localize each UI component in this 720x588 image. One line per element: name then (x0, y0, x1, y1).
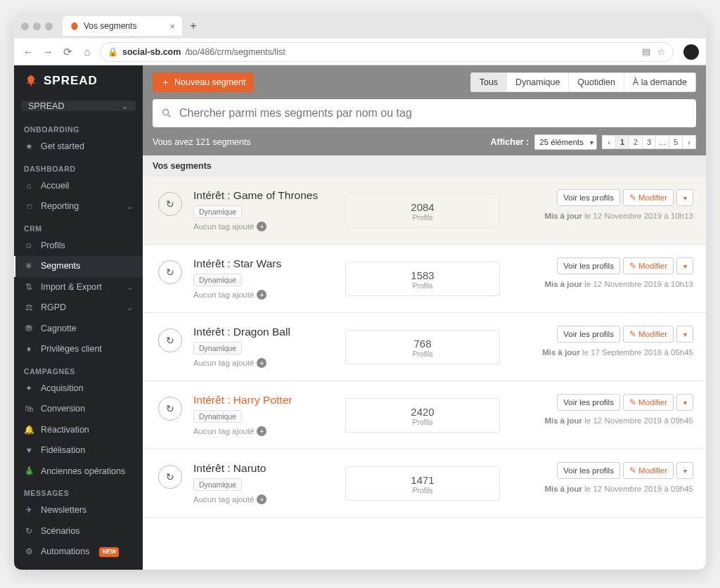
updated-text: Mis à jour le 12 Novembre 2019 à 09h45 (539, 483, 693, 494)
segment-title[interactable]: Intérêt : Star Wars (193, 257, 334, 270)
window-controls[interactable] (21, 23, 53, 30)
sidebar-item[interactable]: 🔔Réactivation (14, 420, 143, 441)
no-tag-label: Aucun tag ajouté (193, 495, 254, 504)
filter-tab[interactable]: Tous (471, 73, 506, 91)
new-tab-button[interactable]: + (186, 19, 200, 33)
segment-row: ↻Intérêt : Star WarsDynamiqueAucun tag a… (143, 245, 706, 313)
edit-button[interactable]: ✎ Modifier (623, 326, 674, 343)
sidebar-item[interactable]: ♦Privilèges client (14, 339, 143, 360)
nav-label: RGPD (41, 302, 66, 314)
sidebar-item[interactable]: ⚙AutomationsNEW (14, 542, 143, 563)
reload-icon[interactable]: ⟳ (60, 46, 75, 58)
sidebar-item[interactable]: ⇅Import & Export⌄ (14, 277, 143, 298)
segment-title[interactable]: Intérêt : Dragon Ball (193, 326, 334, 338)
tab-title: Vos segments (84, 21, 136, 31)
sidebar-item[interactable]: ⛯Segments (14, 256, 143, 277)
profile-avatar[interactable] (683, 44, 699, 60)
segment-tag-line[interactable]: Aucun tag ajouté+ (193, 494, 334, 504)
traffic-dot[interactable] (45, 23, 53, 30)
pagination: ‹123…5› (603, 135, 696, 149)
edit-button[interactable]: ✎ Modifier (623, 394, 674, 411)
sidebar-item[interactable]: ☺Profils (14, 236, 143, 257)
sidebar-item[interactable]: ✈Newsletters (14, 500, 143, 521)
sidebar-item[interactable]: ★Get started (14, 136, 143, 158)
profile-count-card: 2420Profils (345, 398, 500, 433)
sidebar-item[interactable]: ⛃Cagnotte (14, 319, 143, 340)
segment-title[interactable]: Intérêt : Harry Potter (193, 394, 334, 407)
segment-tag-line[interactable]: Aucun tag ajouté+ (193, 290, 334, 300)
nav-icon: ⚖ (24, 302, 34, 314)
page-button[interactable]: 2 (629, 135, 643, 149)
more-actions-button[interactable]: ▾ (676, 326, 693, 343)
sidebar-section-title: PARAMÉTRAGE (14, 563, 143, 570)
nav-icon: ⏍ (24, 200, 34, 212)
segment-type-icon: ↻ (158, 397, 182, 421)
sidebar-item[interactable]: ⌂Accueil (14, 176, 143, 197)
display-label: Afficher : (490, 137, 529, 147)
filter-tab[interactable]: Quotidien (568, 73, 624, 91)
sidebar-item[interactable]: ⏍Reporting⌄ (14, 196, 143, 217)
segment-tag-line[interactable]: Aucun tag ajouté+ (193, 222, 334, 231)
segment-tag-line[interactable]: Aucun tag ajouté+ (193, 426, 334, 436)
forward-icon[interactable]: → (41, 46, 55, 58)
traffic-dot[interactable] (21, 23, 29, 30)
close-icon[interactable]: × (169, 22, 175, 31)
sidebar-item[interactable]: 🎄Anciennes opérations (14, 461, 143, 482)
sidebar-item[interactable]: ↻Scénarios (14, 521, 143, 542)
nav-label: Get started (41, 141, 84, 153)
add-tag-icon[interactable]: + (257, 426, 266, 436)
sidebar-item[interactable]: ✦Acquisition (14, 378, 143, 400)
more-actions-button[interactable]: ▾ (676, 257, 693, 274)
search-input[interactable] (179, 107, 688, 120)
segment-title[interactable]: Intérêt : Naruto (193, 462, 334, 475)
brand: SPREAD (14, 65, 143, 96)
more-actions-button[interactable]: ▾ (676, 462, 693, 479)
back-icon[interactable]: ← (21, 46, 35, 58)
page-button[interactable]: 5 (669, 135, 683, 149)
page-button[interactable]: 3 (642, 135, 656, 149)
segment-title[interactable]: Intérêt : Game of Thrones (193, 189, 334, 202)
sidebar-item[interactable]: ♥Fidélisation (14, 440, 143, 461)
new-segment-button[interactable]: ＋ Nouveau segment (153, 72, 254, 92)
view-profiles-button[interactable]: Voir les profils (557, 257, 620, 274)
filter-tab[interactable]: Dynamique (506, 73, 568, 91)
page-size-select[interactable]: 25 éléments (534, 134, 597, 150)
nav-icon: ↻ (24, 525, 34, 537)
qr-icon[interactable]: ▤ (642, 46, 650, 57)
segment-tag-line[interactable]: Aucun tag ajouté+ (193, 358, 334, 368)
star-icon[interactable]: ☆ (657, 46, 666, 57)
more-actions-button[interactable]: ▾ (676, 189, 693, 206)
home-icon[interactable]: ⌂ (80, 46, 94, 58)
sidebar-item[interactable]: ⚖RGPD⌄ (14, 298, 143, 319)
add-tag-icon[interactable]: + (257, 358, 266, 368)
filter-tab[interactable]: À la demande (624, 73, 695, 91)
updated-text: Mis à jour le 12 Novembre 2019 à 10h13 (539, 210, 693, 222)
page-button[interactable]: › (682, 135, 696, 149)
more-actions-button[interactable]: ▾ (676, 394, 693, 411)
sidebar-item[interactable]: 🛍Conversion (14, 399, 143, 420)
browser-tab[interactable]: Vos segments × (63, 16, 182, 36)
edit-button[interactable]: ✎ Modifier (623, 462, 674, 479)
view-profiles-button[interactable]: Voir les profils (557, 326, 620, 343)
sidebar-section-title: DASHBOARD (14, 158, 143, 176)
profile-count: 1583 (346, 269, 499, 281)
workspace-select[interactable]: SPREAD ⌄ (21, 101, 136, 111)
add-tag-icon[interactable]: + (257, 222, 266, 231)
edit-button[interactable]: ✎ Modifier (623, 257, 674, 274)
add-tag-icon[interactable]: + (257, 290, 266, 300)
add-tag-icon[interactable]: + (257, 494, 266, 504)
segment-type-chip: Dynamique (193, 342, 242, 354)
page-button[interactable]: … (655, 135, 669, 149)
svg-line-1 (168, 115, 170, 117)
address-bar[interactable]: 🔒 social-sb.com /bo/486/crm/segments/lis… (100, 42, 674, 62)
traffic-dot[interactable] (33, 23, 41, 30)
page-button[interactable]: 1 (615, 135, 629, 149)
view-profiles-button[interactable]: Voir les profils (557, 462, 620, 479)
segment-row: ↻Intérêt : NarutoDynamiqueAucun tag ajou… (143, 449, 706, 518)
nav-icon: ⇅ (24, 281, 34, 293)
view-profiles-button[interactable]: Voir les profils (557, 394, 620, 411)
edit-button[interactable]: ✎ Modifier (623, 189, 674, 206)
search-box[interactable] (153, 99, 696, 127)
view-profiles-button[interactable]: Voir les profils (557, 189, 620, 206)
page-button[interactable]: ‹ (602, 135, 616, 149)
